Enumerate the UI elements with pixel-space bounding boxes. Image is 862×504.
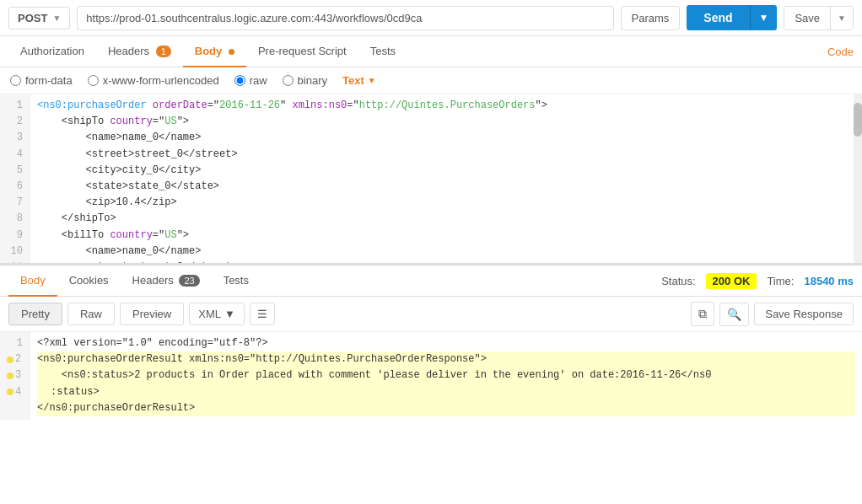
toolbar: POST ▼ Params Send ▼ Save ▼: [0, 0, 862, 36]
resp-tab-body[interactable]: Body: [8, 265, 57, 297]
body-dot-icon: [229, 49, 234, 55]
tab-pre-request[interactable]: Pre-request Script: [246, 36, 358, 67]
raw-button[interactable]: Raw: [67, 303, 115, 325]
headers-badge: 1: [156, 46, 171, 57]
request-tabs: Authorization Headers 1 Body Pre-request…: [0, 36, 862, 67]
text-type-dropdown[interactable]: Text ▼: [342, 74, 376, 87]
raw-option[interactable]: raw: [234, 74, 267, 87]
method-chevron-icon: ▼: [52, 13, 61, 23]
form-data-option[interactable]: form-data: [10, 74, 73, 87]
request-editor: 12345 67891011 <ns0:purchaseOrder orderD…: [0, 94, 862, 265]
resp-headers-badge: 23: [179, 275, 199, 287]
text-type-chevron-icon: ▼: [368, 76, 376, 85]
code-link[interactable]: Code: [827, 46, 854, 58]
tab-headers[interactable]: Headers 1: [96, 36, 183, 67]
search-button[interactable]: 🔍: [719, 303, 749, 326]
method-selector[interactable]: POST ▼: [8, 7, 70, 29]
method-label: POST: [18, 12, 47, 24]
preview-button[interactable]: Preview: [120, 303, 184, 325]
response-toolbar: Pretty Raw Preview XML ▼ ☰ ⧉ 🔍 Save Resp…: [0, 297, 862, 332]
request-code-content[interactable]: <ns0:purchaseOrder orderDate="2016-11-26…: [30, 94, 862, 263]
send-dropdown-button[interactable]: ▼: [750, 5, 778, 30]
tab-body[interactable]: Body: [183, 36, 246, 67]
req-scrollbar[interactable]: [854, 94, 862, 263]
wrap-icon[interactable]: ☰: [250, 303, 275, 325]
request-code-area: 12345 67891011 <ns0:purchaseOrder orderD…: [0, 94, 862, 263]
response-code-content[interactable]: <?xml version="1.0" encoding="utf-8"?> <…: [30, 332, 862, 420]
save-button[interactable]: Save: [784, 7, 830, 29]
req-line-numbers: 12345 67891011: [0, 94, 30, 263]
url-encoded-option[interactable]: x-www-form-urlencoded: [88, 74, 219, 87]
copy-button[interactable]: ⧉: [691, 302, 714, 326]
resp-line-numbers: 1 2 3 4: [0, 332, 30, 420]
tab-tests-req[interactable]: Tests: [358, 36, 407, 67]
send-group: Send ▼: [687, 5, 777, 30]
binary-option[interactable]: binary: [283, 74, 327, 87]
params-button[interactable]: Params: [621, 6, 681, 30]
resp-tab-cookies[interactable]: Cookies: [57, 265, 121, 297]
req-scrollbar-thumb[interactable]: [854, 103, 862, 137]
format-dropdown[interactable]: XML ▼: [189, 303, 245, 325]
format-chevron-icon: ▼: [224, 308, 235, 320]
send-button[interactable]: Send: [687, 5, 749, 30]
resp-right-icons: ⧉ 🔍 Save Response: [691, 302, 854, 326]
time-label: Time:: [767, 275, 794, 287]
status-label: Status:: [661, 275, 695, 287]
response-code-area: 1 2 3 4 <?xml version="1.0" encoding="ut…: [0, 332, 862, 420]
resp-tab-tests[interactable]: Tests: [212, 265, 261, 297]
response-section: Body Cookies Headers 23 Tests Status: 20…: [0, 265, 862, 420]
save-group: Save ▼: [784, 6, 854, 30]
save-dropdown-button[interactable]: ▼: [830, 7, 853, 29]
url-input[interactable]: [77, 6, 613, 30]
response-status-area: Status: 200 OK Time: 18540 ms: [661, 273, 854, 289]
body-options: form-data x-www-form-urlencoded raw bina…: [0, 67, 862, 94]
pretty-button[interactable]: Pretty: [8, 303, 62, 325]
save-response-button[interactable]: Save Response: [754, 303, 854, 325]
tab-authorization[interactable]: Authorization: [8, 36, 96, 67]
time-value: 18540 ms: [804, 275, 854, 287]
resp-tab-headers[interactable]: Headers 23: [121, 265, 212, 297]
status-badge: 200 OK: [706, 273, 757, 289]
response-tabs: Body Cookies Headers 23 Tests Status: 20…: [0, 265, 862, 297]
